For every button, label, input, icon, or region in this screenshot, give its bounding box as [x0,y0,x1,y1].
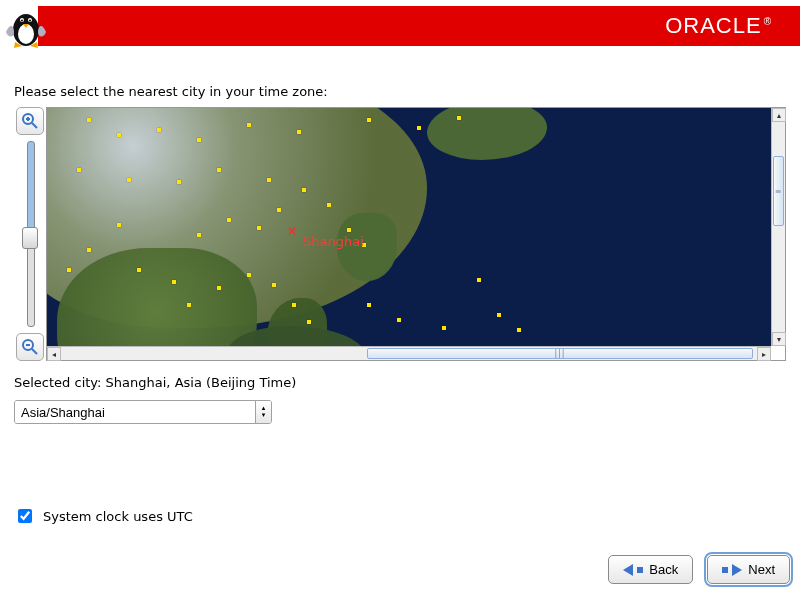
city-dot[interactable] [327,203,331,207]
svg-line-7 [32,123,37,128]
city-dot[interactable] [247,123,251,127]
arrow-stem-icon [722,567,728,573]
city-dot[interactable] [297,130,301,134]
city-dot[interactable] [177,180,181,184]
city-dot[interactable] [257,226,261,230]
scroll-right-arrow[interactable]: ▸ [757,347,771,361]
header-stripe: ORACLE® [38,6,800,46]
selected-city-text: Selected city: Shanghai, Asia (Beijing T… [14,375,786,390]
city-dot[interactable] [67,268,71,272]
timezone-input[interactable] [15,401,255,423]
scroll-down-arrow[interactable]: ▾ [772,332,786,346]
zoom-out-button[interactable] [16,333,44,361]
utc-checkbox-row[interactable]: System clock uses UTC [14,506,193,526]
zoom-in-icon [21,112,39,130]
city-dot[interactable] [497,313,501,317]
arrow-stem-icon [637,567,643,573]
wizard-footer: Back Next [608,555,790,584]
city-dot[interactable] [117,223,121,227]
city-dot[interactable] [517,328,521,332]
tux-icon [4,2,48,50]
city-dot[interactable] [367,118,371,122]
city-dot[interactable] [272,283,276,287]
city-dot[interactable] [292,303,296,307]
next-button[interactable]: Next [707,555,790,584]
city-dot[interactable] [87,118,91,122]
svg-point-5 [29,20,31,22]
timezone-combo[interactable]: ▴ ▾ [14,400,272,424]
city-dot[interactable] [137,268,141,272]
combo-stepper[interactable]: ▴ ▾ [255,401,271,423]
selected-city-marker: × [287,226,297,236]
chevron-down-icon: ▾ [262,412,266,419]
installer-header: ORACLE® [0,0,800,46]
map-row: × Shanghai ▴ ≡ ▾ ◂ ||| ▸ [14,107,786,361]
city-dot[interactable] [172,280,176,284]
city-dot[interactable] [197,233,201,237]
city-dot[interactable] [307,320,311,324]
next-button-label: Next [748,562,775,577]
vertical-scroll-thumb[interactable]: ≡ [773,156,784,226]
city-dot[interactable] [247,273,251,277]
city-dot[interactable] [157,128,161,132]
city-dot[interactable] [277,208,281,212]
scroll-up-arrow[interactable]: ▴ [772,108,786,122]
city-dot[interactable] [217,286,221,290]
scroll-left-arrow[interactable]: ◂ [47,347,61,361]
city-dot[interactable] [417,126,421,130]
oracle-logo: ORACLE® [665,13,772,39]
utc-checkbox[interactable] [18,509,32,523]
city-dot[interactable] [367,303,371,307]
back-button[interactable]: Back [608,555,693,584]
city-dot[interactable] [267,178,271,182]
arrow-right-icon [732,564,742,576]
city-dot[interactable] [117,133,121,137]
oracle-logo-text: ORACLE [665,13,761,38]
city-dot[interactable] [397,318,401,322]
zoom-slider-thumb[interactable] [22,227,38,249]
city-dot[interactable] [127,178,131,182]
zoom-in-button[interactable] [16,107,44,135]
map-vertical-scrollbar[interactable]: ▴ ≡ ▾ [771,108,785,346]
svg-line-11 [32,349,37,354]
city-dot[interactable] [217,168,221,172]
zoom-controls [14,107,46,361]
city-dot[interactable] [227,218,231,222]
city-dot[interactable] [457,116,461,120]
map-horizontal-scrollbar[interactable]: ◂ ||| ▸ [47,346,771,360]
zoom-out-icon [21,338,39,356]
arrow-left-icon [623,564,633,576]
city-dot[interactable] [197,138,201,142]
city-dot[interactable] [347,228,351,232]
prompt-label: Please select the nearest city in your t… [14,84,786,99]
selected-city-label-overlay: Shanghai [303,234,364,249]
land-kamchatka [427,108,547,160]
horizontal-scroll-thumb[interactable]: ||| [367,348,753,359]
city-dot[interactable] [87,248,91,252]
registered-icon: ® [764,16,772,27]
content-area: Please select the nearest city in your t… [14,84,786,424]
city-dot[interactable] [77,168,81,172]
utc-checkbox-label: System clock uses UTC [43,509,193,524]
city-dot[interactable] [477,278,481,282]
timezone-map[interactable]: × Shanghai ▴ ≡ ▾ ◂ ||| ▸ [46,107,786,361]
city-dot[interactable] [302,188,306,192]
map-viewport[interactable]: × Shanghai [47,108,771,346]
city-dot[interactable] [187,303,191,307]
back-button-label: Back [649,562,678,577]
city-dot[interactable] [442,326,446,330]
svg-point-4 [21,20,23,22]
